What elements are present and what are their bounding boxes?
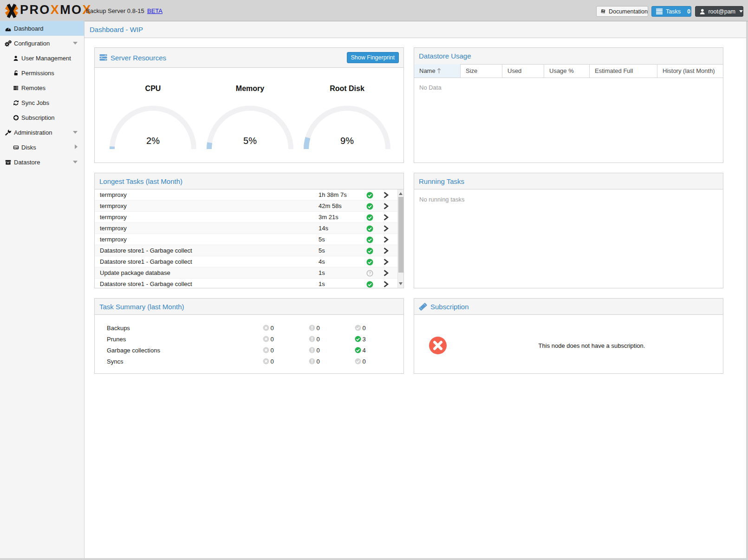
- svg-text:?: ?: [369, 271, 371, 275]
